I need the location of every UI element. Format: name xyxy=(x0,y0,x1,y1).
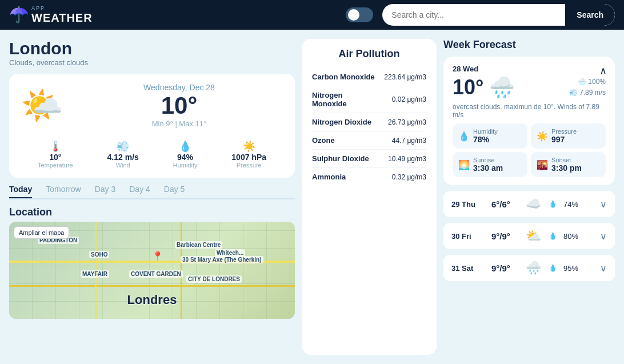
map-location-pin: 📍 xyxy=(152,251,163,262)
wind-icon: 💨 xyxy=(107,140,139,153)
main-forecast-card: 28 Wed 10° 🌧️ 🌧️ 100% 💨 7.89 m/s overcas… xyxy=(443,57,615,185)
pollutant-name-3: Ozone xyxy=(312,136,335,145)
fr-temp-fri: 9°/9° xyxy=(491,231,520,241)
search-input[interactable] xyxy=(382,10,565,19)
sunrise-stat-label: Sunrise xyxy=(473,157,503,163)
fr-icon-fri: ⛅ xyxy=(526,229,543,243)
pollutant-value-0: 223.64 μg/m3 xyxy=(384,73,426,81)
weather-temp: 10° xyxy=(75,92,283,119)
humidity-stat-info: Humidity 78% xyxy=(473,128,498,144)
pressure-stat-label: Pressure xyxy=(551,128,577,135)
air-pollution-panel: Air Pollution Carbon Monoxide 223.64 μg/… xyxy=(295,39,443,355)
fr-drop-fri: 💧 xyxy=(549,232,558,240)
header: ☂️ APP WEATHER Search xyxy=(0,0,624,30)
map-container: PADDINGTON SOHO MAYFAIR COVENT GARDEN Ba… xyxy=(9,222,295,319)
tab-today[interactable]: Today xyxy=(9,185,32,198)
weather-main-info: Wednesday, Dec 28 10° Min 9° | Max 11° xyxy=(75,83,283,128)
pressure-label: Pressure xyxy=(231,162,266,169)
week-forecast-title: Week Forecast xyxy=(443,39,615,51)
sunrise-stat-value: 3:30 am xyxy=(473,163,503,173)
pressure-stat-value: 997 xyxy=(551,135,577,144)
fr-icon-thu: ☁️ xyxy=(526,197,543,211)
pollutant-value-5: 0.32 μg/m3 xyxy=(392,173,426,181)
map-label-barbican: Barbican Centre xyxy=(175,241,222,249)
humidity-stat-icon: 💧 xyxy=(458,131,470,142)
fr-expand-fri[interactable]: ∨ xyxy=(600,231,607,242)
left-panel: London Clouds, overcast clouds 🌤️ Wednes… xyxy=(9,39,295,355)
forecast-row-fri: 30 Fri 9°/9° ⛅ 💧 80% ∨ xyxy=(443,223,615,249)
theme-toggle[interactable] xyxy=(346,7,373,22)
humidity-stat-value: 78% xyxy=(473,135,498,144)
fr-expand-sat[interactable]: ∨ xyxy=(600,263,607,274)
pollutant-name-2: Nitrogen Dioxide xyxy=(312,118,371,126)
humidity-stat-label: Humidity xyxy=(473,128,498,135)
wind-value: 4.12 m/s xyxy=(107,153,139,162)
fc-stat-humidity: 💧 Humidity 78% xyxy=(453,123,527,149)
tab-day3[interactable]: Day 3 xyxy=(95,185,116,197)
humidity-icon: 💧 xyxy=(173,140,198,153)
ampliar-mapa-button[interactable]: Ampliar el mapa xyxy=(14,226,69,239)
pollutant-name-4: Sulphur Dioxide xyxy=(312,154,369,163)
forecast-row-sat: 31 Sat 9°/9° 🌧️ 💧 95% ∨ xyxy=(443,255,615,281)
weather-card-top: 🌤️ Wednesday, Dec 28 10° Min 9° | Max 11… xyxy=(21,83,283,128)
tab-tomorrow[interactable]: Tomorrow xyxy=(46,185,81,197)
main-forecast-rain: 🌧️ 100% xyxy=(569,77,606,87)
fr-temp-thu: 6°/6° xyxy=(491,199,520,209)
pollutant-value-3: 44.7 μg/m3 xyxy=(392,137,426,145)
city-name: London xyxy=(9,39,295,58)
fr-drop-thu: 💧 xyxy=(549,200,558,208)
air-pollution-card: Air Pollution Carbon Monoxide 223.64 μg/… xyxy=(302,39,437,355)
fr-expand-thu[interactable]: ∨ xyxy=(600,199,607,210)
stat-humidity: 💧 94% Humidity xyxy=(173,140,198,169)
fc-stat-sunrise: 🌅 Sunrise 3:30 am xyxy=(453,152,527,177)
sunset-stat-label: Sunset xyxy=(551,157,582,163)
fr-percent-thu: 74% xyxy=(563,200,586,209)
collapse-button[interactable]: ∧ xyxy=(599,65,607,77)
map-label-covent-garden: COVENT GARDEN xyxy=(129,270,183,278)
humidity-label: Humidity xyxy=(173,162,198,169)
pollutant-value-2: 26.73 μg/m3 xyxy=(388,118,426,126)
tab-day4[interactable]: Day 4 xyxy=(129,185,150,197)
weather-icon: 🌤️ xyxy=(21,89,63,123)
fr-percent-fri: 80% xyxy=(563,232,586,241)
fc-stat-pressure: ☀️ Pressure 997 xyxy=(531,123,606,149)
sunrise-stat-icon: 🌅 xyxy=(458,159,470,170)
map-road-horizontal-2 xyxy=(9,285,295,287)
logo-icon: ☂️ xyxy=(9,7,29,23)
stat-wind: 💨 4.12 m/s Wind xyxy=(107,140,139,169)
fr-icon-sat: 🌧️ xyxy=(526,261,543,275)
location-section: Location PADDINGTON SOHO MAYFAIR COVENT … xyxy=(9,206,295,319)
air-row-1: NitrogenMonoxide 0.02 μg/m3 xyxy=(312,86,426,113)
logo-app-label: APP xyxy=(31,6,93,11)
map-label-city: CITY DE LONDRES xyxy=(186,275,242,283)
fr-percent-sat: 95% xyxy=(563,264,586,273)
fr-date-sat: 31 Sat xyxy=(451,264,486,273)
pressure-stat-icon: ☀️ xyxy=(537,131,548,142)
fr-date-thu: 29 Thu xyxy=(451,200,486,209)
week-forecast-panel: Week Forecast 28 Wed 10° 🌧️ 🌧️ 100% 💨 7.… xyxy=(443,39,615,355)
main-forecast-desc: overcast clouds. maximun de 10°. Winds o… xyxy=(453,103,606,119)
city-description: Clouds, overcast clouds xyxy=(9,58,295,67)
city-header: London Clouds, overcast clouds xyxy=(9,39,295,67)
sunset-stat-info: Sunset 3:30 pm xyxy=(551,157,582,173)
main-forecast-top-row: 10° 🌧️ 🌧️ 100% 💨 7.89 m/s xyxy=(453,75,606,99)
temp-value: 10° xyxy=(38,153,73,162)
logo: ☂️ APP WEATHER xyxy=(9,6,101,24)
fc-stat-sunset: 🌇 Sunset 3:30 pm xyxy=(531,152,606,177)
stat-temperature: 🌡️ 10° Temperature xyxy=(38,140,73,169)
pressure-icon: ☀️ xyxy=(231,140,266,153)
toggle-knob xyxy=(348,9,359,21)
logo-weather-label: WEATHER xyxy=(31,11,93,24)
pollutant-name-1: NitrogenMonoxide xyxy=(312,91,347,108)
pollutant-name-0: Carbon Monoxide xyxy=(312,73,375,81)
map-city-label: Londres xyxy=(127,293,177,307)
current-weather-card: 🌤️ Wednesday, Dec 28 10° Min 9° | Max 11… xyxy=(9,74,295,178)
stat-pressure: ☀️ 1007 hPa Pressure xyxy=(231,140,266,169)
main-forecast-date: 28 Wed xyxy=(453,65,606,73)
weather-stats: 🌡️ 10° Temperature 💨 4.12 m/s Wind 💧 94%… xyxy=(21,134,283,169)
logo-text: APP WEATHER xyxy=(31,6,93,24)
air-row-2: Nitrogen Dioxide 26.73 μg/m3 xyxy=(312,113,426,131)
fr-temp-sat: 9°/9° xyxy=(491,263,520,273)
search-button[interactable]: Search xyxy=(565,4,615,26)
tab-day5[interactable]: Day 5 xyxy=(164,185,185,197)
